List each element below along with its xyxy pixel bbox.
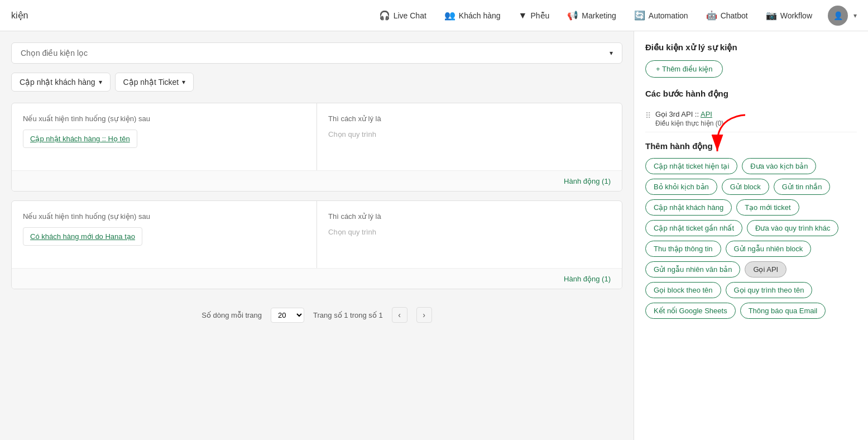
event-card-2-condition-col: Nếu xuất hiện tình huống (sự kiện) sau C…: [12, 201, 317, 268]
nav-item-pheu[interactable]: ▼ Phễu: [512, 6, 557, 25]
nav-item-automation[interactable]: 🔄 Automation: [627, 6, 695, 25]
action-tag-gui-tin-nhan[interactable]: Gửi tin nhắn: [774, 179, 831, 195]
rows-select[interactable]: 20 50 100: [271, 308, 304, 323]
left-panel: Chọn điều kiện lọc ▾ Cập nhật khách hàng…: [0, 31, 634, 440]
workflow-icon: 📷: [766, 10, 777, 21]
nav-item-marketing[interactable]: 📢 Marketing: [560, 6, 622, 25]
users-icon: 👥: [444, 10, 455, 21]
nav-item-live-chat[interactable]: 🎧 Live Chat: [372, 6, 433, 25]
add-condition-btn[interactable]: + Thêm điều kiện: [645, 60, 723, 78]
event-card-2-body: Nếu xuất hiện tình huống (sự kiện) sau C…: [12, 201, 622, 268]
hanh-dong-link-2[interactable]: Hành động (1): [564, 275, 611, 283]
avatar[interactable]: 👤: [828, 6, 848, 26]
nav-label-khach-hang: Khách hàng: [459, 11, 501, 20]
nav-label-marketing: Marketing: [582, 11, 616, 20]
right-panel: Điều kiện xử lý sự kiện + Thêm điều kiện…: [634, 31, 868, 440]
action-tag-gui-block[interactable]: Gửi block: [722, 179, 769, 195]
event-card-1-condition-value[interactable]: Cập nhật khách hàng :: Họ tên: [23, 130, 137, 148]
event-card-1-condition-label: Nếu xuất hiện tình huống (sự kiện) sau: [23, 114, 305, 123]
action-tag-gui-ngau-nhien-block[interactable]: Gửi ngẫu nhiên block: [726, 241, 812, 257]
megaphone-icon: 📢: [567, 10, 578, 21]
steps-title: Các bước hành động: [645, 89, 857, 99]
action-tag-goi-block-theo-ten[interactable]: Gọi block theo tên: [645, 282, 721, 298]
api-step-item: ⠿ Gọi 3rd API :: API Điều kiện thực hiện…: [645, 106, 857, 132]
api-step-condition[interactable]: Điều kiện thực hiện (0): [655, 119, 857, 127]
action-tag-thong-bao-email[interactable]: Thông báo qua Email: [740, 303, 826, 319]
action-tags: Cập nhật ticket hiện tạiĐưa vào kịch bản…: [645, 158, 857, 319]
action-tag-cap-nhat-ticket-gn[interactable]: Cập nhật ticket gần nhất: [645, 220, 742, 236]
nav-label-workflow: Workflow: [780, 11, 812, 20]
event-card-1-action-col: Thì cách xử lý là Chọn quy trình: [317, 103, 622, 170]
add-actions-title: Thêm hành động: [645, 141, 857, 151]
avatar-dropdown-arrow[interactable]: ▾: [853, 12, 857, 20]
event-card-1: Nếu xuất hiện tình huống (sự kiện) sau C…: [11, 103, 622, 192]
event-card-2-condition-label: Nếu xuất hiện tình huống (sự kiện) sau: [23, 212, 305, 221]
cap-nhat-ticket-arrow-icon: ▾: [182, 78, 185, 86]
filter-select[interactable]: Chọn điều kiện lọc ▾: [11, 42, 622, 64]
cap-nhat-ticket-btn[interactable]: Cập nhật Ticket ▾: [115, 73, 194, 92]
action-tag-tao-moi-ticket[interactable]: Tạo mới ticket: [736, 199, 799, 216]
event-card-2-action-col: Thì cách xử lý là Chọn quy trình: [317, 201, 622, 268]
nav-item-workflow[interactable]: 📷 Workflow: [759, 6, 819, 25]
action-tag-gui-ngau-nhien-vb[interactable]: Gửi ngẫu nhiên văn bản: [645, 261, 740, 278]
api-step-content: Gọi 3rd API :: API Điều kiện thực hiện (…: [655, 110, 857, 127]
nav-label-pheu: Phễu: [530, 11, 549, 20]
action-tag-dua-vao-kich-ban[interactable]: Đưa vào kịch bản: [742, 158, 816, 174]
main-layout: Chọn điều kiện lọc ▾ Cập nhật khách hàng…: [0, 31, 868, 440]
filter-arrow-icon: ▾: [610, 49, 613, 57]
action-tag-dua-vao-qt-khac[interactable]: Đưa vào quy trình khác: [747, 220, 838, 236]
api-step-prefix: Gọi 3rd API ::: [655, 110, 701, 118]
refresh-icon: 🔄: [634, 10, 645, 21]
event-card-2-action-placeholder[interactable]: Chọn quy trình: [328, 223, 376, 241]
event-card-1-action-placeholder[interactable]: Chọn quy trình: [328, 126, 376, 143]
event-card-1-action-label: Thì cách xử lý là: [328, 114, 611, 123]
nav-item-chatbot[interactable]: 🤖 Chatbot: [699, 6, 755, 25]
condition-title: Điều kiện xử lý sự kiện: [645, 42, 857, 52]
filter-placeholder: Chọn điều kiện lọc: [21, 49, 88, 58]
event-card-1-condition-col: Nếu xuất hiện tình huống (sự kiện) sau C…: [12, 103, 317, 170]
next-page-btn[interactable]: ›: [416, 307, 432, 323]
page-title: kiện: [11, 10, 28, 21]
action-tag-goi-qt-theo-ten[interactable]: Gọi quy trình theo tên: [726, 282, 813, 298]
top-nav: kiện 🎧 Live Chat 👥 Khách hàng ▼ Phễu 📢 M…: [0, 0, 868, 31]
page-info: Trang số 1 trong số 1: [313, 311, 383, 319]
action-buttons-row: Cập nhật khách hàng ▾ Cập nhật Ticket ▾: [11, 73, 622, 92]
event-card-1-footer: Hành động (1): [12, 170, 622, 191]
action-tag-thu-thap-tt[interactable]: Thu thập thông tin: [645, 241, 721, 257]
event-card-2-footer: Hành động (1): [12, 268, 622, 289]
hanh-dong-link-1[interactable]: Hành động (1): [564, 177, 611, 185]
nav-items: 🎧 Live Chat 👥 Khách hàng ▼ Phễu 📢 Market…: [372, 6, 857, 26]
prev-page-btn[interactable]: ‹: [392, 307, 407, 323]
action-tag-cap-nhat-ticket-ht[interactable]: Cập nhật ticket hiện tại: [645, 158, 737, 174]
headset-icon: 🎧: [379, 10, 390, 21]
action-tag-cap-nhat-kh[interactable]: Cập nhật khách hàng: [645, 199, 732, 216]
action-tag-goi-api[interactable]: Gọi API: [745, 261, 787, 278]
cap-nhat-khach-hang-label: Cập nhật khách hàng: [20, 78, 95, 87]
nav-label-automation: Automation: [649, 11, 688, 20]
event-card-1-body: Nếu xuất hiện tình huống (sự kiện) sau C…: [12, 103, 622, 170]
event-card-2-condition-value[interactable]: Có khách hàng mới do Hana tạo: [23, 227, 142, 246]
action-tag-ket-noi-gg-sheets[interactable]: Kết nối Google Sheets: [645, 303, 736, 319]
event-card-2-action-label: Thì cách xử lý là: [328, 212, 611, 221]
cap-nhat-khach-hang-btn[interactable]: Cập nhật khách hàng ▾: [11, 73, 111, 92]
rows-label: Số dòng mỗi trang: [202, 311, 262, 319]
drag-handle-icon[interactable]: ⠿: [645, 111, 651, 120]
api-step-name: Gọi 3rd API :: API: [655, 110, 857, 118]
nav-label-chatbot: Chatbot: [721, 11, 748, 20]
cap-nhat-kh-arrow-icon: ▾: [99, 78, 102, 86]
funnel-icon: ▼: [519, 11, 527, 21]
pagination-bar: Số dòng mỗi trang 20 50 100 Trang số 1 t…: [11, 298, 622, 332]
action-tag-bo-khoi-kich-ban[interactable]: Bỏ khỏi kịch bản: [645, 179, 717, 195]
bot-icon: 🤖: [706, 10, 717, 21]
nav-label-live-chat: Live Chat: [394, 11, 426, 20]
event-card-2: Nếu xuất hiện tình huống (sự kiện) sau C…: [11, 200, 622, 289]
cap-nhat-ticket-label: Cập nhật Ticket: [123, 78, 179, 87]
api-step-link[interactable]: API: [701, 110, 712, 118]
nav-item-khach-hang[interactable]: 👥 Khách hàng: [438, 6, 507, 25]
